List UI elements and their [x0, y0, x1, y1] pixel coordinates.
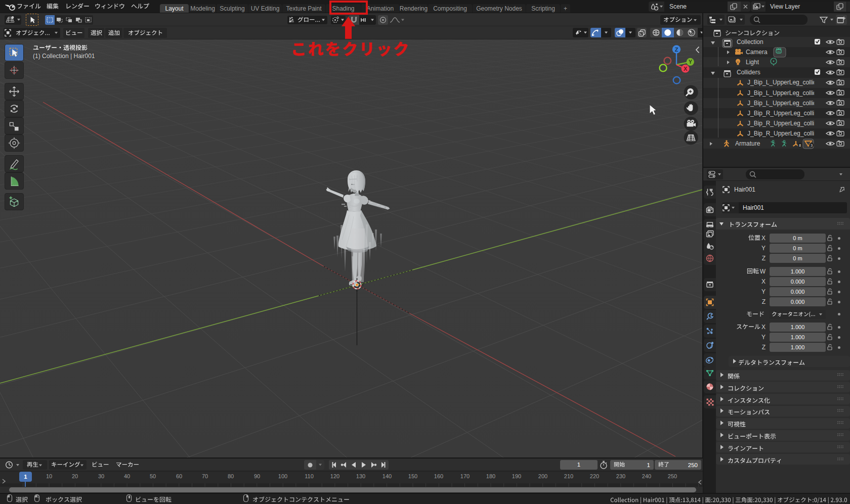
svg-text:Z: Z: [675, 47, 678, 53]
